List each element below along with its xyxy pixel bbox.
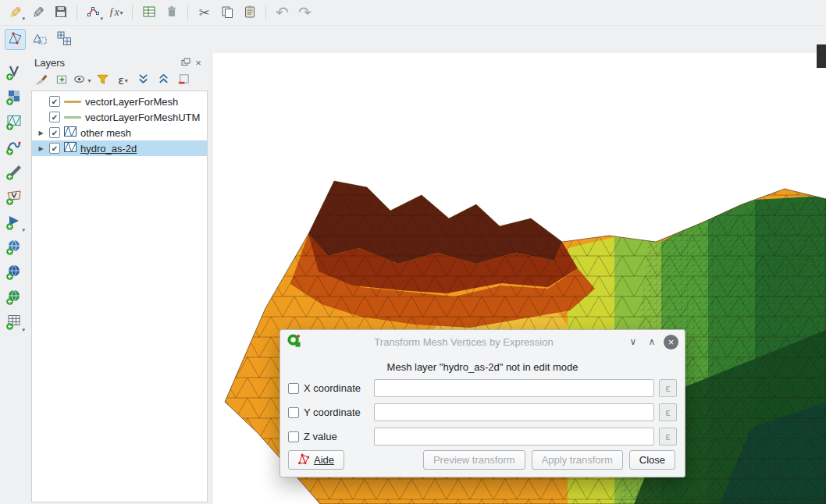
z-expression-input[interactable]	[374, 428, 654, 445]
filter-legend-button[interactable]	[94, 72, 112, 89]
edit-mesh-button[interactable]	[5, 29, 26, 50]
check-icon: ✔	[52, 113, 58, 122]
current-edits-button[interactable]: ✎ ▾	[5, 2, 26, 23]
transform-mesh-button[interactable]	[53, 29, 74, 50]
new-raster-layer-button[interactable]	[3, 87, 25, 109]
layer-checkbox[interactable]: ✔	[49, 143, 60, 154]
transform-dialog: Transform Mesh Vertices by Expression ∨ …	[279, 329, 685, 477]
x-expression-builder-button[interactable]: ε	[659, 379, 677, 397]
new-gpx-layer-button[interactable]	[3, 137, 25, 159]
apply-transform-button[interactable]: Apply transform	[532, 450, 623, 470]
cut-features-button[interactable]: ✂	[194, 2, 215, 23]
filter-legend-expression-button[interactable]: ε ▾	[114, 72, 132, 89]
layer-checkbox[interactable]: ✔	[49, 96, 60, 107]
new-annotation-layer-icon	[5, 164, 23, 183]
dropdown-icon: ▾	[22, 227, 25, 233]
digitize-icon	[87, 5, 101, 21]
layer-row-vectorLayerForMeshUTM[interactable]: ✔ vectorLayerForMeshUTM	[32, 109, 207, 125]
toolbar-separator	[187, 5, 188, 20]
digitize-button[interactable]: ▾	[83, 2, 104, 23]
trash-icon	[165, 5, 179, 21]
y-expression-builder-button[interactable]: ε	[659, 403, 677, 421]
undo-button[interactable]: ↶	[272, 2, 293, 23]
dialog-title: Transform Mesh Vertices by Expression	[306, 336, 621, 348]
close-button[interactable]: Close	[629, 450, 675, 470]
expander-icon[interactable]: ▶	[37, 145, 45, 152]
mesh-symbol-icon	[64, 126, 77, 139]
toggle-editing-button[interactable]: ✎	[27, 2, 48, 23]
close-panel-button[interactable]: ×	[192, 56, 205, 69]
layer-row-other-mesh[interactable]: ▶ ✔ other mesh	[32, 125, 207, 140]
layer-label: hydro_as-2d	[80, 143, 137, 154]
x-coordinate-checkbox[interactable]	[288, 383, 299, 394]
dropdown-icon: ▾	[22, 327, 25, 333]
eye-icon	[73, 73, 87, 88]
redo-button[interactable]: ↷	[294, 2, 315, 23]
chevron-up-icon[interactable]: ∧	[645, 335, 659, 349]
dropdown-icon: ▾	[22, 16, 25, 22]
remove-layer-button[interactable]	[175, 72, 193, 89]
map-canvas[interactable]: Transform Mesh Vertices by Expression ∨ …	[212, 53, 826, 504]
y-coordinate-label: Y coordinate	[304, 406, 369, 418]
z-expression-builder-button[interactable]: ε	[659, 428, 677, 445]
delete-selected-button[interactable]	[161, 2, 182, 23]
add-wfs-layer-button[interactable]	[3, 262, 25, 284]
dialog-close-button[interactable]: ×	[664, 335, 678, 350]
select-mesh-elements-button[interactable]	[29, 29, 50, 50]
preview-transform-button[interactable]: Preview transform	[423, 450, 525, 470]
toggle-editing-icon: ✎	[32, 5, 45, 20]
x-expression-input[interactable]	[374, 379, 654, 397]
collapse-all-button[interactable]	[155, 72, 173, 89]
chevron-down-icon[interactable]: ∨	[626, 335, 640, 349]
layers-panel-toolbar: ▾ ε ▾	[31, 70, 208, 91]
new-point-cloud-layer-icon	[5, 214, 23, 233]
add-group-button[interactable]	[53, 72, 71, 89]
y-expression-input[interactable]	[374, 403, 654, 421]
layer-row-vectorLayerForMesh[interactable]: ✔ vectorLayerForMesh	[32, 94, 207, 109]
add-wcs-layer-button[interactable]	[3, 287, 25, 309]
z-value-checkbox[interactable]	[288, 431, 299, 442]
manage-map-themes-button[interactable]: ▾	[73, 72, 91, 89]
y-coordinate-row: Y coordinate ε	[288, 403, 677, 421]
advanced-digitizing-button[interactable]: ƒx ▾	[105, 2, 126, 23]
float-panel-button[interactable]	[180, 56, 192, 69]
close-icon: ×	[195, 57, 201, 69]
mesh-symbol-icon	[64, 142, 77, 154]
y-coordinate-checkbox[interactable]	[288, 407, 299, 418]
dropdown-icon: ▾	[100, 16, 103, 22]
dialog-titlebar[interactable]: Transform Mesh Vertices by Expression ∨ …	[280, 330, 685, 353]
help-button[interactable]: Aide	[288, 450, 344, 470]
open-layer-styling-button[interactable]	[33, 72, 51, 89]
layers-panel-header: Layers ×	[31, 55, 208, 70]
z-value-row: Z value ε	[288, 428, 677, 445]
edit-mesh-icon	[8, 30, 23, 48]
x-coordinate-row: X coordinate ε	[288, 379, 677, 397]
dropdown-icon: ▾	[87, 77, 91, 84]
funnel-icon	[96, 73, 109, 88]
add-wms-layer-button[interactable]	[3, 237, 25, 259]
fx-icon: ƒx	[109, 7, 119, 18]
layer-checkbox[interactable]: ✔	[49, 127, 60, 138]
layer-label: vectorLayerForMesh	[85, 96, 178, 108]
layer-checkbox[interactable]: ✔	[49, 112, 60, 122]
check-icon: ✔	[52, 144, 58, 153]
layers-panel: Layers × ▾ ε ▾	[28, 53, 209, 504]
copy-features-button[interactable]	[216, 2, 237, 23]
new-scratch-layer-button[interactable]	[3, 187, 25, 209]
new-mesh-layer-button[interactable]	[3, 112, 25, 134]
save-layer-edits-button[interactable]	[50, 2, 71, 23]
new-virtual-layer-button[interactable]: ▾	[3, 312, 25, 334]
expand-all-button[interactable]	[134, 72, 152, 89]
line-symbol	[64, 116, 81, 119]
layer-row-hydro-as-2d[interactable]: ▶ ✔ hydro_as-2d	[32, 140, 207, 156]
modify-attributes-button[interactable]	[138, 2, 159, 23]
layers-panel-title: Layers	[34, 57, 180, 69]
paste-features-button[interactable]	[239, 2, 260, 23]
remove-layer-icon	[177, 73, 190, 88]
new-annotation-layer-button[interactable]	[3, 162, 25, 184]
z-value-label: Z value	[304, 431, 369, 442]
new-point-cloud-layer-button[interactable]: ▾	[3, 212, 25, 234]
new-vector-layer-button[interactable]	[3, 62, 25, 84]
expander-icon[interactable]: ▶	[37, 130, 45, 137]
main-toolbar: ✎ ▾ ✎ ▾ ƒx ▾ ✂ ↶ ↷	[0, 0, 826, 26]
